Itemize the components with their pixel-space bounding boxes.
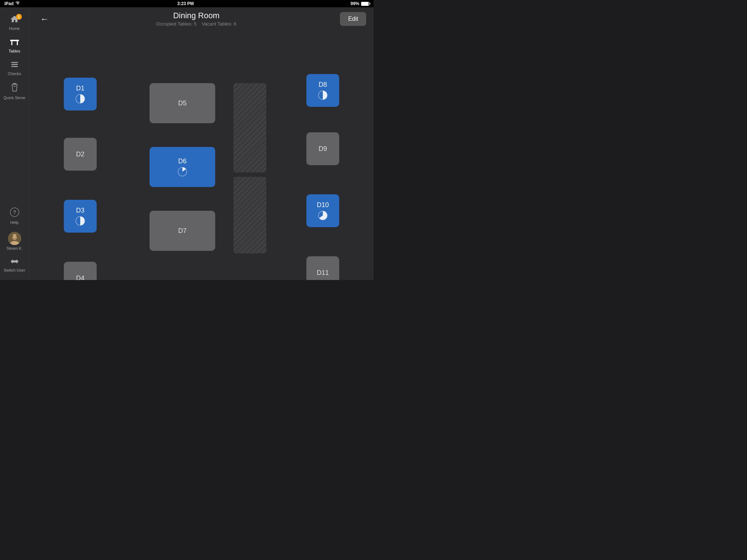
sidebar-item-user[interactable]: Steven K. — [0, 228, 29, 254]
table-d3-pie — [75, 216, 85, 226]
header-center: Dining Room Occupied Tables: 5 Vacant Ta… — [53, 11, 340, 27]
svg-rect-2 — [17, 41, 18, 45]
blocked-area-0 — [233, 83, 266, 172]
vacant-stat: Vacant Tables: 6 — [202, 21, 236, 27]
sidebar-item-home-label: Home — [9, 26, 20, 31]
table-d11-label: D11 — [317, 269, 329, 277]
help-icon: ? — [9, 207, 20, 219]
table-d5-label: D5 — [178, 100, 186, 107]
table-d7[interactable]: D7 — [150, 211, 215, 251]
quick-serve-icon — [11, 83, 18, 94]
table-d4-label: D4 — [76, 275, 84, 280]
table-d8-pie — [318, 90, 328, 100]
table-d1-pie — [75, 94, 85, 104]
svg-rect-5 — [11, 66, 18, 67]
occupied-stat: Occupied Tables: 5 — [156, 21, 196, 27]
status-right: 99% — [351, 1, 369, 6]
edit-button[interactable]: Edit — [340, 12, 366, 26]
sidebar-item-quick-serve[interactable]: Quick Serve — [0, 79, 29, 104]
table-d10-pie — [318, 210, 328, 221]
sidebar-item-user-label: Steven K. — [7, 246, 22, 250]
svg-point-13 — [12, 236, 13, 237]
tables-icon — [10, 38, 19, 47]
user-avatar — [8, 232, 21, 245]
table-d9[interactable]: D9 — [306, 132, 339, 165]
table-d11[interactable]: D11 — [306, 256, 339, 280]
sidebar-item-switch-user-label: Switch User — [4, 268, 25, 273]
svg-rect-0 — [10, 40, 19, 41]
table-d10[interactable]: D10 — [306, 194, 339, 227]
table-d3[interactable]: D3 — [64, 200, 97, 233]
table-d5[interactable]: D5 — [150, 83, 215, 123]
table-d7-label: D7 — [178, 227, 186, 235]
status-bar: iPad 3:23 PM 99% — [0, 0, 374, 7]
header: ← Dining Room Occupied Tables: 5 Vacant … — [29, 7, 374, 30]
floor-plan: D1 D2D3 D4D5D6 D7D8 D9D10 D11 — [29, 30, 374, 280]
table-d8[interactable]: D8 — [306, 74, 339, 107]
main-content: ← Dining Room Occupied Tables: 5 Vacant … — [29, 7, 374, 280]
svg-rect-3 — [11, 62, 18, 63]
table-d10-label: D10 — [317, 201, 329, 209]
table-d6-label: D6 — [178, 158, 186, 165]
svg-rect-1 — [11, 41, 12, 45]
sidebar-item-help-label: Help — [10, 220, 19, 225]
switch-user-icon — [10, 258, 19, 267]
back-button[interactable]: ← — [36, 12, 53, 26]
table-d8-label: D8 — [318, 81, 327, 89]
sidebar-item-tables-label: Tables — [9, 49, 20, 53]
table-d3-label: D3 — [76, 207, 84, 214]
blocked-area-1 — [233, 177, 266, 253]
table-d6[interactable]: D6 — [150, 147, 215, 187]
svg-rect-6 — [13, 83, 16, 84]
sidebar-item-checks[interactable]: Checks — [0, 57, 29, 79]
status-left: iPad — [4, 1, 20, 6]
table-d2-label: D2 — [76, 151, 84, 158]
status-time: 3:23 PM — [177, 1, 194, 6]
checks-icon — [11, 61, 19, 70]
battery-percent: 99% — [351, 1, 359, 6]
table-stats: Occupied Tables: 5 Vacant Tables: 6 — [53, 21, 340, 27]
table-d6-pie — [177, 167, 187, 177]
table-d4[interactable]: D4 — [64, 262, 97, 280]
sidebar-item-switch-user[interactable]: Switch User — [0, 254, 29, 276]
sidebar-item-tables[interactable]: Tables — [0, 34, 29, 57]
svg-rect-7 — [13, 86, 16, 87]
table-d1[interactable]: D1 — [64, 78, 97, 110]
sidebar-item-home[interactable]: 1 Home — [0, 11, 29, 34]
svg-text:?: ? — [13, 209, 16, 215]
device-label: iPad — [4, 1, 13, 6]
home-badge: 1 — [16, 14, 22, 20]
table-d9-label: D9 — [318, 145, 327, 153]
svg-point-14 — [16, 236, 17, 237]
battery-icon — [361, 2, 369, 6]
sidebar-item-checks-label: Checks — [8, 71, 21, 76]
table-d2[interactable]: D2 — [64, 138, 97, 171]
svg-rect-4 — [11, 64, 18, 65]
sidebar-item-quick-serve-label: Quick Serve — [4, 96, 26, 100]
wifi-icon — [15, 1, 20, 6]
sidebar: 1 Home Tables — [0, 7, 29, 280]
sidebar-item-help[interactable]: ? Help — [0, 203, 29, 228]
table-d1-label: D1 — [76, 85, 84, 92]
page-title: Dining Room — [53, 11, 340, 20]
